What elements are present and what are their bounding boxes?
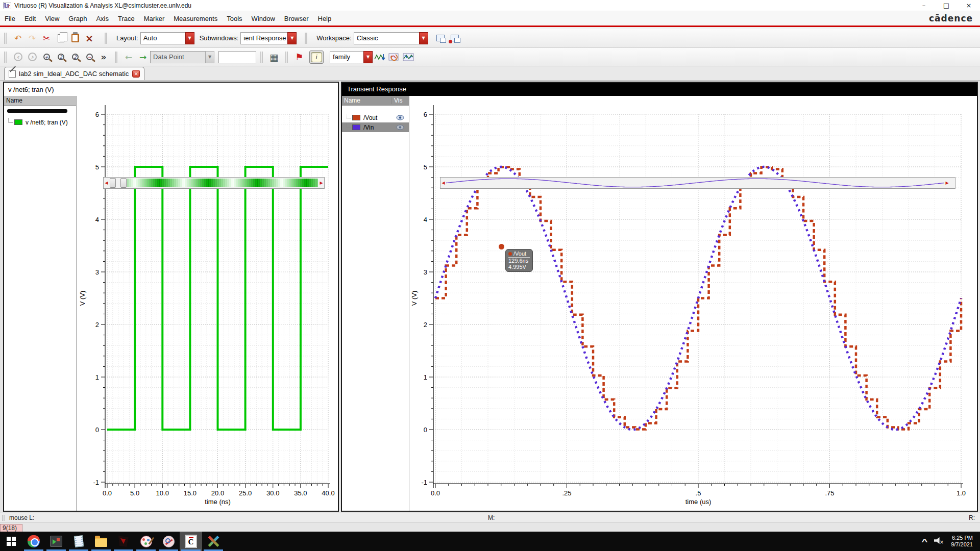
family-dropdown[interactable]: family ▼ bbox=[330, 51, 373, 63]
menu-item-graph[interactable]: Graph bbox=[64, 13, 91, 24]
left-plot-canvas[interactable]: -101234560.05.010.015.020.025.030.035.04… bbox=[78, 96, 339, 511]
taskbar-clock[interactable]: 6:25 PM 9/7/2021 bbox=[951, 535, 973, 548]
menu-item-edit[interactable]: Edit bbox=[20, 13, 40, 24]
x-server-icon bbox=[207, 535, 219, 547]
scroll-right-icon[interactable]: ▶ bbox=[944, 181, 950, 185]
back-icon[interactable]: ‹ bbox=[11, 51, 25, 64]
tooltip-value: 4.995V bbox=[508, 264, 530, 270]
right-plot-canvas[interactable]: -101234560.0.25.5.751.0time (us)V (V) bbox=[409, 96, 978, 511]
toolbar-grip[interactable] bbox=[305, 33, 307, 44]
left-panel-title: v /net6; tran (V) bbox=[4, 83, 338, 96]
workspace-dropdown[interactable]: Classic ▼ bbox=[354, 32, 428, 44]
delete-workspace-icon[interactable] bbox=[448, 32, 462, 45]
label-tool-button[interactable]: i bbox=[309, 51, 324, 64]
plot-refresh-icon[interactable] bbox=[387, 51, 401, 64]
scroll-left-icon[interactable]: ◀ bbox=[104, 181, 109, 185]
plot-stack-icon[interactable] bbox=[373, 51, 387, 64]
undo-icon[interactable]: ↶ bbox=[11, 32, 25, 45]
next-point-icon[interactable]: → bbox=[136, 51, 150, 64]
maximize-button[interactable]: □ bbox=[935, 0, 958, 11]
toolbar-grip[interactable] bbox=[285, 52, 288, 63]
x-tick-label: .25 bbox=[562, 489, 571, 497]
menu-item-trace[interactable]: Trace bbox=[113, 13, 139, 24]
tray-chevron-icon[interactable]: ^ bbox=[921, 537, 927, 546]
overview-waveform[interactable] bbox=[128, 179, 318, 187]
close-button[interactable]: × bbox=[958, 0, 980, 11]
delete-icon[interactable]: × bbox=[82, 32, 96, 45]
taskbar-app-dark[interactable] bbox=[112, 532, 135, 551]
menu-item-help[interactable]: Help bbox=[313, 13, 336, 24]
tab-close-icon[interactable]: × bbox=[132, 70, 140, 78]
legend-item-net6[interactable]: v /net6; tran (V) bbox=[4, 117, 76, 127]
document-tab[interactable]: lab2 sim_Ideal_ADC_DAC schematic × bbox=[4, 67, 144, 80]
tree-elbow-icon bbox=[346, 114, 351, 118]
legend-item-vin[interactable]: /Vin bbox=[342, 122, 409, 132]
range-handle[interactable] bbox=[120, 178, 127, 188]
menu-item-measurements[interactable]: Measurements bbox=[169, 13, 222, 24]
toolbar-grip[interactable] bbox=[4, 52, 7, 63]
visibility-eye-icon[interactable] bbox=[396, 115, 404, 120]
start-button[interactable] bbox=[0, 532, 22, 551]
redo-icon[interactable]: ↷ bbox=[25, 32, 39, 45]
right-overview-scrollbar[interactable]: ◀ ▶ bbox=[440, 177, 955, 189]
layout-dropdown[interactable]: Auto ▼ bbox=[140, 32, 194, 44]
taskbar-notepad[interactable] bbox=[67, 532, 90, 551]
flag-icon[interactable]: ⚑ bbox=[292, 51, 306, 64]
mode-dropdown[interactable]: Data Point ▼ bbox=[150, 51, 214, 63]
clock-date: 9/7/2021 bbox=[951, 541, 973, 548]
range-handle[interactable] bbox=[110, 178, 116, 188]
subwindows-dropdown[interactable]: ient Response ▼ bbox=[240, 32, 297, 44]
overview-waveform[interactable] bbox=[446, 178, 944, 188]
taskbar-explorer[interactable] bbox=[90, 532, 112, 551]
legend-item-vout[interactable]: /Vout bbox=[342, 113, 409, 122]
scroll-left-icon[interactable]: ◀ bbox=[440, 181, 446, 185]
toolbar-grip[interactable] bbox=[260, 52, 263, 63]
taskbar-xserver[interactable] bbox=[202, 532, 225, 551]
menu-item-tools[interactable]: Tools bbox=[222, 13, 247, 24]
taskbar-terminal[interactable] bbox=[45, 532, 67, 551]
taskbar-paint[interactable] bbox=[135, 532, 157, 551]
copy-icon[interactable] bbox=[54, 32, 68, 45]
menu-item-browser[interactable]: Browser bbox=[280, 13, 313, 24]
zoom-in-icon[interactable]: + bbox=[39, 51, 54, 64]
menu-item-window[interactable]: Window bbox=[247, 13, 280, 24]
minimize-button[interactable]: – bbox=[913, 0, 935, 11]
toolbar-grip[interactable] bbox=[105, 33, 107, 44]
zoom-in-x2-icon[interactable]: 2 bbox=[54, 51, 68, 64]
menu-item-axis[interactable]: Axis bbox=[91, 13, 113, 24]
forward-icon[interactable]: › bbox=[25, 51, 39, 64]
taskbar-chrome[interactable] bbox=[22, 532, 45, 551]
calculator-icon[interactable]: ▦ bbox=[267, 51, 281, 64]
zoom-out-x2-icon[interactable]: 2 bbox=[68, 51, 82, 64]
visibility-eye-icon[interactable] bbox=[396, 124, 404, 130]
scroll-right-icon[interactable]: ▶ bbox=[318, 181, 324, 185]
paste-icon[interactable] bbox=[68, 32, 82, 45]
dropdown-arrow-icon: ▼ bbox=[419, 32, 428, 44]
toolbar-overflow-icon[interactable]: » bbox=[96, 51, 111, 64]
cut-icon[interactable]: ✂ bbox=[39, 32, 54, 45]
menu-item-view[interactable]: View bbox=[40, 13, 64, 24]
dropdown-arrow-icon: ▼ bbox=[185, 32, 194, 44]
save-workspace-icon[interactable] bbox=[433, 32, 448, 45]
datapoint-marker bbox=[499, 244, 504, 249]
point-value-field[interactable] bbox=[218, 51, 256, 63]
zoom-fit-icon[interactable]: ~ bbox=[82, 51, 96, 64]
volume-muted-icon[interactable]: × bbox=[934, 537, 944, 546]
vin-color-swatch bbox=[352, 124, 360, 130]
taskbar-snip[interactable] bbox=[157, 532, 180, 551]
workspace-area: v /net6; tran (V) Name v /net6; tran (V)… bbox=[0, 81, 980, 513]
menu-item-marker[interactable]: Marker bbox=[139, 13, 169, 24]
toolbar-grip[interactable] bbox=[4, 33, 7, 44]
left-overview-scrollbar[interactable]: ◀ ▶ bbox=[103, 177, 325, 189]
right-panel-title: Transient Response bbox=[342, 83, 977, 96]
legend-group-bar[interactable] bbox=[7, 109, 67, 113]
taskbar-cadence[interactable]: C bbox=[180, 532, 202, 551]
prev-point-icon[interactable]: ← bbox=[121, 51, 136, 64]
x-tick-label: 0.0 bbox=[103, 489, 112, 497]
left-legend: Name v /net6; tran (V) bbox=[4, 96, 77, 511]
toolbar-grip[interactable] bbox=[115, 52, 117, 63]
statusbar-grip bbox=[2, 515, 5, 521]
system-tray: ^ × 6:25 PM 9/7/2021 bbox=[922, 535, 980, 548]
plot-overlay-icon[interactable] bbox=[401, 51, 415, 64]
menu-item-file[interactable]: File bbox=[0, 13, 20, 24]
